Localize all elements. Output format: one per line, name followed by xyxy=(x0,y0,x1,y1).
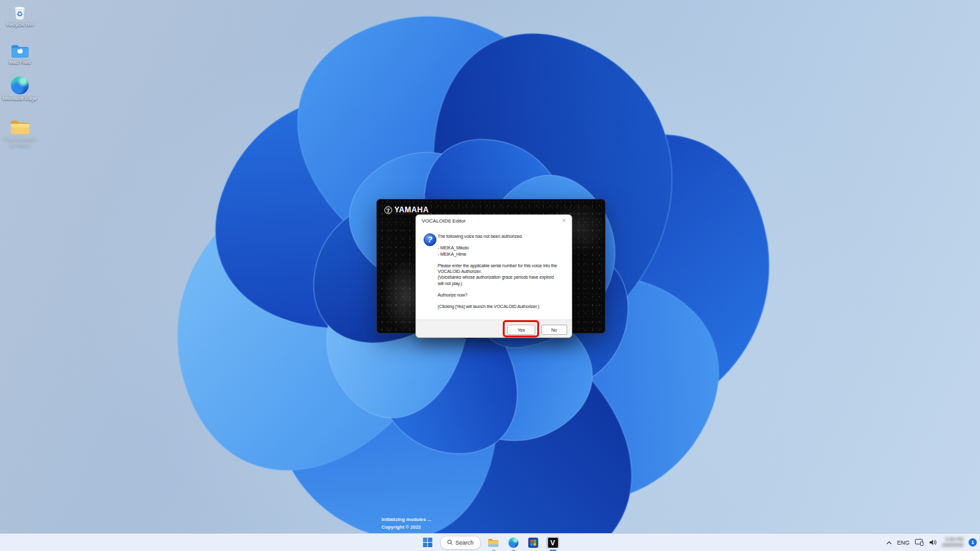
notification-badge[interactable]: 1 xyxy=(969,538,977,547)
search-box[interactable]: Search xyxy=(440,536,481,550)
file-explorer-button[interactable] xyxy=(486,536,500,550)
desktop-icon-label: Microsoft Edge xyxy=(0,96,40,102)
vocaloid-app-icon: V xyxy=(547,537,558,548)
mac-files-folder-icon xyxy=(0,39,40,58)
question-mark-icon: ? xyxy=(424,233,436,246)
no-button[interactable]: No xyxy=(541,325,567,335)
desktop-icon-label: Recycle Bin xyxy=(0,22,40,28)
desktop-icon-folder[interactable]: Play the piano for Video xyxy=(0,115,40,148)
splash-copyright-text: Copyright © 2022 xyxy=(382,524,421,530)
file-explorer-icon xyxy=(488,538,499,547)
cast-device-icon[interactable] xyxy=(915,539,924,546)
yamaha-tuning-fork-icon xyxy=(384,206,392,214)
yamaha-logo-text: YAMAHA xyxy=(394,205,429,214)
active-app-indicator xyxy=(549,550,556,551)
taskbar: Search V xyxy=(0,533,980,551)
desktop-icon-mac-files[interactable]: Mac Files xyxy=(0,39,40,66)
dialog-message: The following voice has not been authori… xyxy=(438,233,569,316)
desktop-icon-label: Mac Files xyxy=(0,59,40,66)
desktop-icon-label-blurred: Play the piano for Video xyxy=(0,136,40,148)
chevron-up-icon[interactable] xyxy=(886,541,892,545)
running-indicator xyxy=(512,550,515,551)
dialog-title: VOCALOID6 Editor xyxy=(422,218,466,224)
yes-button[interactable]: Yes xyxy=(507,325,535,335)
message-line: VOCALOID Authorizer. xyxy=(438,268,569,274)
clock-date-blurred[interactable]: 0:00 PM 0/00/0000 xyxy=(942,537,963,548)
microsoft-store-button[interactable] xyxy=(526,536,540,550)
start-button[interactable] xyxy=(420,536,434,550)
edge-icon xyxy=(0,75,40,94)
voice-item: - MEIKA_Hime xyxy=(438,251,569,257)
folder-icon xyxy=(0,115,40,135)
close-icon[interactable]: ✕ xyxy=(560,216,568,225)
vocaloid-app-button[interactable]: V xyxy=(546,536,560,550)
yamaha-logo: YAMAHA xyxy=(384,205,429,214)
splash-status-text: Initializing modules ... xyxy=(382,517,431,522)
message-line: The following voice has not been authori… xyxy=(438,233,569,239)
vocaloid-authorization-dialog: VOCALOID6 Editor ✕ ? The following voice… xyxy=(415,214,572,338)
search-label: Search xyxy=(456,540,474,546)
microsoft-store-icon xyxy=(528,538,538,548)
search-icon xyxy=(447,540,453,545)
language-indicator[interactable]: ENG xyxy=(897,540,910,546)
message-line: (Voicebanks whose authorization grace pe… xyxy=(438,274,569,280)
svg-text:♻: ♻ xyxy=(17,10,23,18)
volume-icon[interactable] xyxy=(929,539,937,546)
message-line: (Clicking [Yes] will launch the VOCALOID… xyxy=(438,304,569,309)
edge-icon xyxy=(508,538,518,548)
desktop-icon-recycle-bin[interactable]: ♻ Recycle Bin xyxy=(0,1,40,28)
desktop-icon-microsoft-edge[interactable]: Microsoft Edge xyxy=(0,75,40,102)
windows-logo-icon xyxy=(422,538,432,547)
message-line: Please enter the applicable serial numbe… xyxy=(438,263,569,268)
running-indicator xyxy=(492,550,495,551)
message-line: will not play.) xyxy=(438,281,569,286)
message-line: Authorize now? xyxy=(438,292,569,298)
recycle-bin-icon: ♻ xyxy=(0,1,40,20)
voice-item: - MEIKA_Mikoto xyxy=(438,245,569,251)
edge-button[interactable] xyxy=(506,536,520,550)
